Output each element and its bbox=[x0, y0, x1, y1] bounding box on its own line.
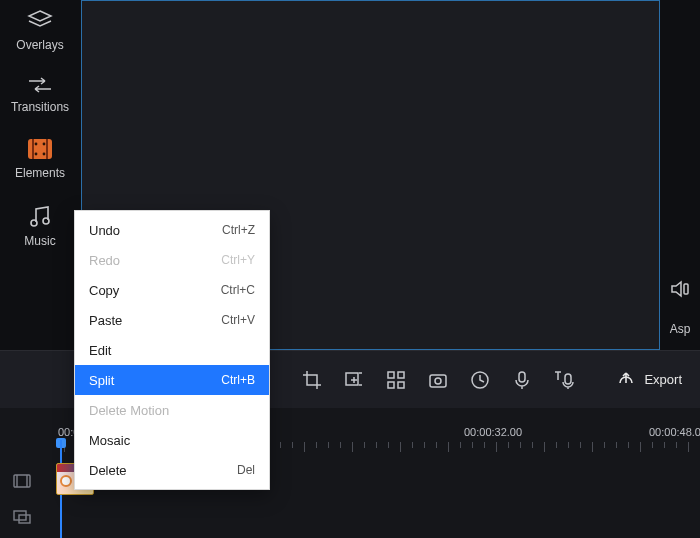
overlays-icon bbox=[26, 10, 54, 32]
context-menu-item-label: Delete bbox=[89, 463, 127, 478]
context-menu-item-edit[interactable]: Edit bbox=[75, 335, 269, 365]
svg-rect-10 bbox=[346, 373, 358, 385]
mic-icon bbox=[513, 370, 531, 390]
context-menu-item-shortcut: Del bbox=[237, 463, 255, 477]
overlay-track-header[interactable] bbox=[0, 499, 44, 535]
context-menu-item-label: Mosaic bbox=[89, 433, 130, 448]
svg-rect-18 bbox=[519, 372, 525, 382]
svg-point-5 bbox=[35, 153, 38, 156]
speaker-button[interactable] bbox=[669, 280, 691, 298]
context-menu: UndoCtrl+ZRedoCtrl+YCopyCtrl+CPasteCtrl+… bbox=[74, 210, 270, 490]
mic-button[interactable] bbox=[510, 368, 534, 392]
plus-frame-icon bbox=[344, 370, 364, 390]
context-menu-item-label: Paste bbox=[89, 313, 122, 328]
context-menu-item-shortcut: Ctrl+V bbox=[221, 313, 255, 327]
svg-point-8 bbox=[43, 218, 49, 224]
context-menu-item-mosaic[interactable]: Mosaic bbox=[75, 425, 269, 455]
svg-point-3 bbox=[35, 143, 38, 146]
svg-rect-22 bbox=[19, 515, 30, 523]
svg-rect-2 bbox=[46, 139, 48, 159]
video-track-icon bbox=[12, 473, 32, 489]
context-menu-item-shortcut: Ctrl+Y bbox=[221, 253, 255, 267]
sidebar-item-label: Overlays bbox=[16, 38, 63, 52]
tts-button[interactable] bbox=[552, 368, 576, 392]
tts-icon bbox=[553, 370, 575, 390]
svg-point-7 bbox=[31, 220, 37, 226]
svg-rect-19 bbox=[565, 374, 571, 384]
transitions-icon bbox=[25, 76, 55, 94]
export-button[interactable]: Export bbox=[616, 371, 682, 389]
sidebar-item-label: Transitions bbox=[11, 100, 69, 114]
camera-icon bbox=[428, 371, 448, 389]
crop-button[interactable] bbox=[300, 368, 324, 392]
camera-button[interactable] bbox=[426, 368, 450, 392]
svg-point-16 bbox=[435, 378, 441, 384]
context-menu-item-undo[interactable]: UndoCtrl+Z bbox=[75, 215, 269, 245]
svg-point-4 bbox=[43, 143, 46, 146]
context-menu-item-label: Copy bbox=[89, 283, 119, 298]
svg-rect-0 bbox=[28, 139, 52, 159]
sidebar-item-overlays[interactable]: Overlays bbox=[0, 0, 80, 66]
context-menu-item-shortcut: Ctrl+B bbox=[221, 373, 255, 387]
sidebar-item-music[interactable]: Music bbox=[0, 194, 80, 262]
context-menu-item-delete-motion: Delete Motion bbox=[75, 395, 269, 425]
context-menu-item-label: Redo bbox=[89, 253, 120, 268]
svg-rect-11 bbox=[388, 372, 394, 378]
clip-thumb-icon bbox=[60, 475, 72, 487]
add-marker-button[interactable] bbox=[342, 368, 366, 392]
export-label: Export bbox=[644, 372, 682, 387]
aspect-button[interactable]: Asp bbox=[670, 318, 691, 336]
svg-rect-12 bbox=[398, 372, 404, 378]
svg-rect-13 bbox=[388, 382, 394, 388]
context-menu-item-split[interactable]: SplitCtrl+B bbox=[75, 365, 269, 395]
context-menu-item-copy[interactable]: CopyCtrl+C bbox=[75, 275, 269, 305]
right-sidebar: Asp bbox=[660, 0, 700, 350]
context-menu-item-shortcut: Ctrl+C bbox=[221, 283, 255, 297]
toolbar-group bbox=[300, 368, 576, 392]
timeline-time-label: 00:00:48.00 bbox=[649, 426, 700, 438]
svg-rect-15 bbox=[430, 375, 446, 387]
grid-button[interactable] bbox=[384, 368, 408, 392]
context-menu-item-paste[interactable]: PasteCtrl+V bbox=[75, 305, 269, 335]
context-menu-item-label: Split bbox=[89, 373, 114, 388]
svg-rect-1 bbox=[32, 139, 34, 159]
clock-icon bbox=[470, 370, 490, 390]
timeline-time-label: 00:00:32.00 bbox=[464, 426, 522, 438]
left-sidebar: Overlays Transitions Elements Music bbox=[0, 0, 80, 350]
speaker-icon bbox=[669, 280, 691, 298]
sidebar-item-label: Music bbox=[24, 234, 55, 248]
elements-icon bbox=[27, 138, 53, 160]
crop-icon bbox=[302, 370, 322, 390]
grid-icon bbox=[386, 370, 406, 390]
overlay-track-icon bbox=[12, 509, 32, 525]
clock-button[interactable] bbox=[468, 368, 492, 392]
svg-point-6 bbox=[43, 153, 46, 156]
music-icon bbox=[27, 204, 53, 228]
sidebar-item-transitions[interactable]: Transitions bbox=[0, 66, 80, 128]
sidebar-item-elements[interactable]: Elements bbox=[0, 128, 80, 194]
context-menu-item-label: Delete Motion bbox=[89, 403, 169, 418]
track-headers bbox=[0, 463, 44, 535]
export-icon bbox=[616, 371, 636, 389]
context-menu-item-redo: RedoCtrl+Y bbox=[75, 245, 269, 275]
context-menu-item-shortcut: Ctrl+Z bbox=[222, 223, 255, 237]
svg-rect-14 bbox=[398, 382, 404, 388]
video-track-header[interactable] bbox=[0, 463, 44, 499]
context-menu-item-label: Undo bbox=[89, 223, 120, 238]
sidebar-item-label: Elements bbox=[15, 166, 65, 180]
aspect-label: Asp bbox=[670, 322, 691, 336]
context-menu-item-label: Edit bbox=[89, 343, 111, 358]
svg-rect-9 bbox=[684, 284, 688, 294]
context-menu-item-delete[interactable]: DeleteDel bbox=[75, 455, 269, 485]
